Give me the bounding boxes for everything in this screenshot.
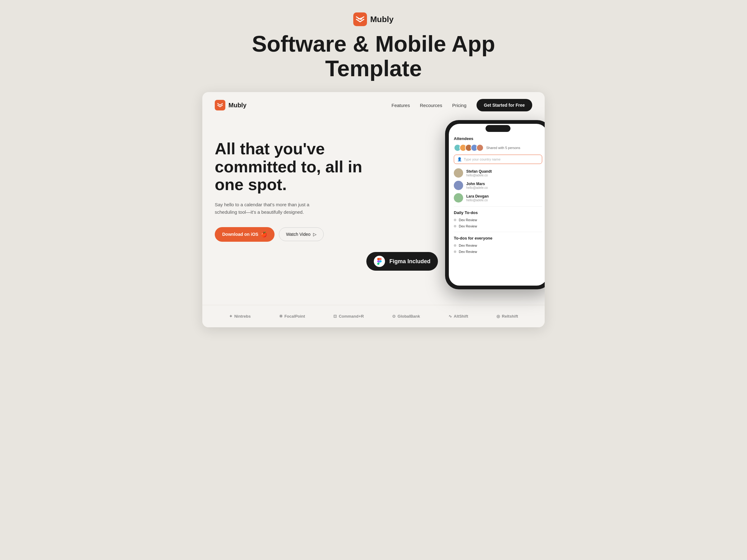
contact-row-3: Lara Devgan hello@adele.co <box>454 193 542 203</box>
contact-name-2: John Mars <box>466 182 488 186</box>
contact-email-1: hello@adele.co <box>466 174 492 177</box>
reltshift-icon: ◎ <box>496 314 500 319</box>
contact-avatar-3 <box>454 193 463 203</box>
avatar-stack <box>454 144 484 152</box>
logo-altshift: ∿ AltShift <box>448 314 468 319</box>
phone-mockup: Attendees Shared with 5 persons <box>445 120 545 289</box>
figma-logo-svg <box>376 258 383 265</box>
todo-item-3: Dev Review <box>454 244 542 247</box>
figma-badge: Figma Included <box>366 252 438 271</box>
top-logo-text: Mubly <box>370 15 393 24</box>
phone-search-box[interactable]: 👤 Type your country name <box>454 155 542 164</box>
todo-text-1: Dev Review <box>459 218 477 222</box>
nav-link-features[interactable]: Features <box>391 103 410 108</box>
hero-left: All that you've committed to, all in one… <box>215 134 364 242</box>
download-ios-label: Download on iOS <box>222 232 258 237</box>
contact-email-2: hello@adele.co <box>466 186 488 189</box>
nav-logo: Mubly <box>215 100 247 110</box>
todo-dot-2 <box>454 225 456 228</box>
todo-text-3: Dev Review <box>459 244 477 247</box>
download-ios-button[interactable]: Download on iOS 🍎 <box>215 227 275 242</box>
todo-item-2: Dev Review <box>454 224 542 228</box>
todo-dot-1 <box>454 219 456 221</box>
altshift-label: AltShift <box>454 314 468 319</box>
divider-2 <box>454 232 542 232</box>
phone-attendees-title: Attendees <box>454 136 542 141</box>
contact-info-1: Stefan Quandt hello@adele.co <box>466 169 492 177</box>
todo-dot-3 <box>454 244 456 247</box>
divider-1 <box>454 206 542 207</box>
navbar: Mubly Features Recources Pricing Get Sta… <box>202 92 545 118</box>
reltshift-label: Reltshift <box>502 314 518 319</box>
apple-icon: 🍎 <box>261 232 267 237</box>
nav-logo-icon <box>215 100 225 110</box>
play-icon: ▷ <box>313 232 316 237</box>
globalbank-label: GlobalBank <box>397 314 420 319</box>
hero-section: All that you've committed to, all in one… <box>202 118 545 280</box>
contact-name-1: Stefan Quandt <box>466 169 492 174</box>
todo-item-4: Dev Review <box>454 250 542 254</box>
logo-nintrebs: ✦ Nintrebs <box>229 314 251 319</box>
logo-globalbank: ⊙ GlobalBank <box>392 314 420 319</box>
logo-reltshift: ◎ Reltshift <box>496 314 518 319</box>
contact-name-3: Lara Devgan <box>466 194 489 198</box>
search-placeholder: Type your country name <box>464 157 500 161</box>
phone-todos-everyone-title: To-dos for everyone <box>454 236 542 240</box>
contact-avatar-2 <box>454 181 463 190</box>
commandr-label: Command+R <box>339 314 364 319</box>
contact-email-3: hello@adele.co <box>466 198 489 202</box>
app-card: Mubly Features Recources Pricing Get Sta… <box>202 92 545 327</box>
nav-links: Features Recources Pricing Get Started f… <box>391 99 532 111</box>
figma-icon <box>374 256 385 267</box>
nav-logo-text: Mubly <box>229 102 247 109</box>
focalpoint-label: FocalPoint <box>284 314 305 319</box>
avatar-5 <box>476 144 484 152</box>
hero-subtitle: Say hello to a calendar that's more than… <box>215 201 320 216</box>
phone-frame: Attendees Shared with 5 persons <box>445 120 545 289</box>
phone-attendees-row: Shared with 5 persons <box>454 144 542 152</box>
phone-notch <box>486 125 511 132</box>
logos-bar: ✦ Nintrebs ❊ FocalPoint ⊡ Command+R ⊙ Gl… <box>202 305 545 327</box>
logo-commandr: ⊡ Command+R <box>333 314 364 319</box>
todo-text-2: Dev Review <box>459 224 477 228</box>
focalpoint-icon: ❊ <box>279 314 283 319</box>
search-icon: 👤 <box>457 157 462 161</box>
hero-buttons: Download on iOS 🍎 Watch Video ▷ <box>215 227 364 242</box>
altshift-icon: ∿ <box>448 314 452 319</box>
top-logo-container: ⮕ Mubly <box>353 12 393 26</box>
top-logo-icon: ⮕ <box>353 12 367 26</box>
phone-daily-todos-title: Daily To-dos <box>454 210 542 215</box>
contact-row-2: John Mars hello@adele.co <box>454 181 542 190</box>
nav-cta-button[interactable]: Get Started for Free <box>476 99 532 111</box>
contact-row-1: Stefan Quandt hello@adele.co <box>454 168 542 178</box>
svg-text:⮕: ⮕ <box>358 17 363 22</box>
hero-title: All that you've committed to, all in one… <box>215 140 364 193</box>
todo-dot-4 <box>454 250 456 253</box>
watch-video-label: Watch Video <box>286 232 311 237</box>
nav-link-pricing[interactable]: Pricing <box>452 103 467 108</box>
main-headline: Software & Mobile App Template <box>233 32 514 81</box>
contact-avatar-1 <box>454 168 463 178</box>
commandr-icon: ⊡ <box>333 314 337 319</box>
figma-badge-text: Figma Included <box>389 258 431 265</box>
logo-focalpoint: ❊ FocalPoint <box>279 314 305 319</box>
phone-screen: Attendees Shared with 5 persons <box>449 124 545 286</box>
todo-item-1: Dev Review <box>454 218 542 222</box>
shared-text: Shared with 5 persons <box>486 146 520 150</box>
nav-link-recources[interactable]: Recources <box>420 103 442 108</box>
contact-info-3: Lara Devgan hello@adele.co <box>466 194 489 202</box>
globalbank-icon: ⊙ <box>392 314 395 319</box>
watch-video-button[interactable]: Watch Video ▷ <box>279 228 324 241</box>
nintrebs-label: Nintrebs <box>234 314 251 319</box>
todo-text-4: Dev Review <box>459 250 477 254</box>
nintrebs-icon: ✦ <box>229 314 232 319</box>
contact-info-2: John Mars hello@adele.co <box>466 182 488 189</box>
